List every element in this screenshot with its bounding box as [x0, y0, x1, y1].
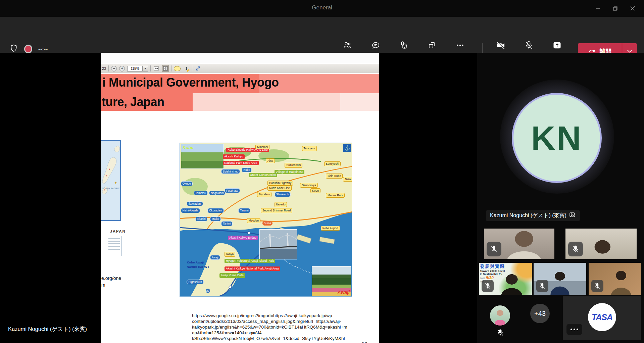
map-label: Ikawadani: [187, 201, 203, 206]
map-label: Okubo: [181, 181, 193, 186]
map-label: Kobe: [310, 188, 320, 193]
share-icon: [552, 40, 562, 50]
map-label: 28: [206, 289, 210, 293]
video-tile-tasa[interactable]: TASA: [563, 296, 641, 340]
chat-icon: [371, 40, 380, 50]
video-tile-participant-1[interactable]: [484, 229, 554, 259]
leave-options-button[interactable]: [622, 50, 637, 53]
fullscreen-button[interactable]: [195, 65, 201, 72]
slide-title-line2: ture, Japan: [102, 95, 164, 109]
map-label: Sumiyoshi: [324, 161, 341, 166]
pdf-toolbar: 23 − + 115% ▼ I: [101, 64, 379, 73]
cropped-text-fragment2: m: [101, 282, 105, 288]
map-label: Hyogo Prefectural Awaji Island Park: [225, 259, 275, 263]
kobe-photo-label: Kobe: [183, 145, 194, 150]
map-label: Iwaya: [225, 252, 235, 257]
map-label: Nagaidani: [209, 191, 225, 196]
map-label: Awaji: [210, 255, 220, 260]
map-label: North Kobe Line: [267, 186, 291, 191]
page-count-fragment: 23: [102, 66, 106, 70]
comment-bubble-icon: [174, 66, 181, 71]
zoom-out-button[interactable]: −: [111, 66, 117, 71]
highlight-text-button[interactable]: I: [183, 65, 190, 72]
map-label: Kobe Airport: [321, 226, 340, 231]
map-label: Second Shinmei Road: [261, 208, 293, 213]
map-label: Tanimi: [221, 221, 233, 226]
map-label: Tanigami: [302, 146, 317, 151]
slide-page-number: 12: [362, 341, 367, 343]
tasa-logo: TASA: [588, 303, 616, 331]
map-label: Awaji Yume Butai: [219, 273, 246, 278]
active-speaker-avatar[interactable]: KN: [512, 93, 602, 183]
close-button[interactable]: [624, 0, 641, 17]
map-label: Suma: [262, 221, 273, 226]
map-label: Suzurandai: [285, 163, 302, 168]
poster-year: 2022: [480, 277, 485, 280]
fit-width-button[interactable]: [153, 65, 160, 72]
map-label: Shin-Kobe: [326, 174, 343, 179]
muted-mic-icon: [568, 242, 583, 256]
active-speaker-name-pill: Kazumi Noguchi (ゲスト) (來賓): [486, 210, 580, 221]
video-effects-icon: [569, 212, 576, 219]
poster-date: 9/30: [486, 276, 494, 280]
map-label: Akashi Kaikyo Bridge: [228, 236, 257, 240]
japan-map-legend: [107, 236, 121, 256]
avatar-initials: KN: [531, 119, 582, 157]
muted-mic-icon: [536, 280, 548, 292]
video-tile-participant-4[interactable]: [534, 263, 586, 295]
map-label: Naruto EXPWY: [187, 265, 209, 269]
map-label: Myodani: [257, 192, 271, 197]
window-controls: [589, 0, 641, 17]
mic-off-icon: [524, 40, 534, 50]
source-url-text: https://www.google.co.jp/imgres?imgurl=h…: [192, 313, 366, 343]
map-label: Maiko: [210, 216, 221, 222]
map-label: National Park Kobe Area: [223, 161, 259, 165]
comment-tool-button[interactable]: [174, 65, 181, 72]
zoom-dropdown-arrow-icon[interactable]: ▼: [143, 66, 148, 71]
anchor-icon: ⚓: [343, 144, 351, 152]
fit-page-button[interactable]: [162, 65, 169, 72]
map-label: Sannomiya: [300, 183, 318, 188]
window-title: General: [0, 4, 644, 11]
overflow-participants-badge[interactable]: +43: [530, 304, 550, 323]
title-bar: General: [0, 0, 644, 17]
poster-line2: Toward 2030: Devel: [480, 270, 532, 273]
map-label: Nishi-Akashi: [181, 208, 200, 213]
cropped-text-fragment1: e.org/one: [101, 276, 121, 281]
meeting-timer: --:--: [38, 46, 48, 52]
minimize-button[interactable]: [589, 0, 606, 17]
map-label: Akashi: [195, 216, 207, 222]
poster-line1: 發展與實踐: [480, 263, 532, 270]
japan-map-ocean-label: NORTH PACIFIC OCEAN: [102, 187, 121, 189]
document-header-strip: [101, 53, 379, 64]
compass-icon: ✦: [114, 181, 119, 185]
video-tile-participant-3[interactable]: 發展與實踐 Toward 2030: Devel in Sustainable …: [479, 263, 532, 295]
zoom-in-button[interactable]: +: [119, 66, 125, 71]
more-icon: [456, 40, 464, 50]
highlight-text-icon: I: [186, 66, 187, 71]
zoom-level-select[interactable]: 115% ▼: [127, 66, 148, 71]
map-label: Tamatsu: [194, 191, 208, 196]
map-label: Akashi Kaikyo: [223, 154, 245, 159]
tile-more-options-button[interactable]: [566, 324, 582, 335]
participant-avatar-photo[interactable]: [490, 305, 510, 326]
slide-title-line1: i Municipal Government, Hyogo: [102, 76, 279, 90]
presentation-slide: i Municipal Government, Hyogo ture, Japa…: [101, 73, 379, 343]
zoom-level-value: 115%: [127, 66, 143, 71]
access-map: Kobe Awaji: [180, 143, 352, 297]
map-label: Shinkaichi: [275, 192, 291, 197]
muted-mic-icon: [497, 329, 504, 337]
muted-mic-icon: [487, 242, 501, 256]
restore-button[interactable]: [606, 0, 624, 17]
reactions-icon: [399, 40, 408, 50]
map-label: Village of Happiness: [275, 170, 305, 174]
map-label: Fusehata: [225, 188, 240, 193]
muted-mic-icon: [591, 280, 603, 292]
map-label: Tozai: [343, 177, 352, 182]
video-tile-participant-5[interactable]: [589, 263, 641, 295]
video-tile-participant-2[interactable]: [565, 229, 637, 259]
awaji-photo-inset: Awaji: [312, 266, 351, 296]
map-label: Akashi Kaikyo National Park Awaji Area: [225, 266, 280, 271]
map-label: Higashiura: [187, 280, 204, 285]
map-label: Minotani: [255, 145, 269, 150]
